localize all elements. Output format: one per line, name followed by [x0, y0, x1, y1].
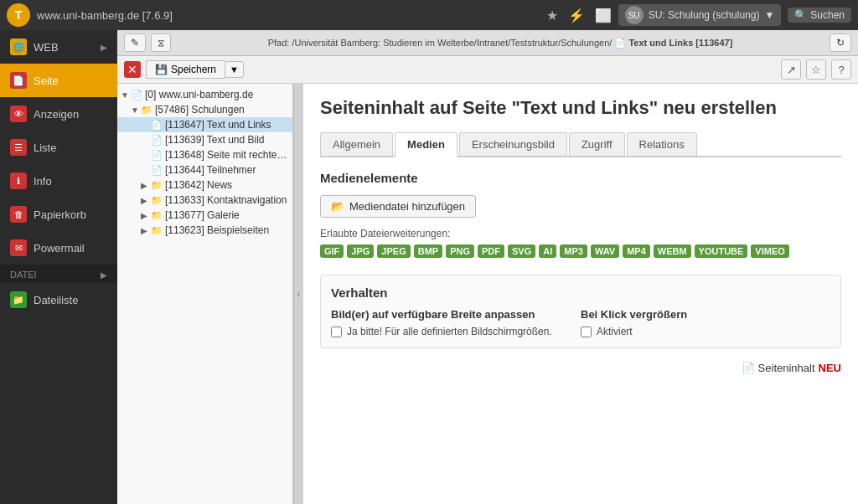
tree-label-textlinks: [113647] Text und Links	[165, 119, 271, 131]
path-page-title: Text und Links [113647]	[628, 38, 732, 48]
filter-btn[interactable]: ⧖	[151, 33, 171, 52]
verhalten-col2: Bei Klick vergrößern Aktiviert	[581, 308, 830, 337]
file-tree: ▼ 📄 [0] www.uni-bamberg.de ▼ 📁 [57486] S…	[117, 84, 293, 504]
dateiliste-icon: 📁	[10, 291, 27, 308]
ext-tag-webm: WEBM	[654, 244, 691, 258]
sidebar-item-dateiliste[interactable]: 📁 Dateiliste	[0, 283, 117, 316]
save-btn-group: 💾 Speichern ▼	[146, 60, 244, 79]
tree-item-rechte-spalte[interactable]: 📄 [113648] Seite mit rechter Spalte	[117, 147, 292, 162]
tree-item-beispielseiten[interactable]: ▶ 📁 [113623] Beispielseiten	[117, 223, 292, 238]
tree-item-galerie[interactable]: ▶ 📁 [113677] Galerie	[117, 208, 292, 223]
tab-allgemein-label: Allgemein	[333, 138, 380, 151]
bookmark-btn[interactable]: ☆	[806, 59, 826, 80]
help-btn[interactable]: ?	[831, 59, 851, 80]
sidebar-item-anzeigen[interactable]: 👁 Anzeigen	[0, 97, 117, 131]
ext-tag-jpeg: JPEG	[377, 244, 410, 258]
tab-bar: Allgemein Medien Erscheinungsbild Zugrif…	[320, 132, 841, 157]
verhalten-col2-label: Bei Klick vergrößern	[581, 308, 830, 321]
tree-label-news: [113642] News	[165, 179, 232, 191]
window-icon[interactable]: ⬜	[595, 8, 612, 23]
sidebar-item-papierkorb[interactable]: 🗑 Papierkorb	[0, 198, 117, 231]
col1-checkbox[interactable]	[331, 327, 342, 337]
secondary-toolbar: ✎ ⧖ Pfad: /Universität Bamberg: Studiere…	[117, 30, 858, 56]
tree-item-news[interactable]: ▶ 📁 [113642] News	[117, 177, 292, 193]
save-button[interactable]: 💾 Speichern	[146, 60, 225, 79]
collapse-handle[interactable]: ‹	[293, 84, 303, 504]
floppy-icon: 💾	[155, 64, 168, 75]
sidebar-item-liste[interactable]: ☰ Liste	[0, 131, 117, 164]
anzeigen-icon: 👁	[10, 105, 27, 122]
sidebar-item-seite[interactable]: 📄 Seite	[0, 64, 117, 97]
tree-item-kontakt[interactable]: ▶ 📁 [113633] Kontaktnavigation	[117, 193, 292, 208]
save-dropdown-button[interactable]: ▼	[225, 61, 244, 78]
verhalten-col1-label: Bild(er) auf verfügbare Breite anpassen	[331, 308, 581, 321]
tree-arrow-kontakt: ▶	[141, 196, 151, 205]
tab-allgemein[interactable]: Allgemein	[320, 132, 393, 156]
datei-arrow-icon: ▶	[101, 270, 107, 280]
ext-tag-vimeo: VIMEO	[751, 244, 788, 258]
ext-tag-youtube: YOUTUBE	[695, 244, 748, 258]
tree-item-schulungen[interactable]: ▼ 📁 [57486] Schulungen	[117, 102, 292, 117]
path-prefix: Pfad: /Universität Bamberg: Studieren im…	[268, 38, 612, 48]
ext-tag-gif: GIF	[320, 244, 344, 258]
edit-icon-btn[interactable]: ✎	[124, 33, 146, 52]
save-label: Speichern	[171, 64, 216, 75]
tree-label-rechte-spalte: [113648] Seite mit rechter Spalte	[165, 149, 289, 161]
info-icon: ℹ	[10, 172, 27, 189]
sidebar-item-powermail[interactable]: ✉ Powermail	[0, 231, 117, 265]
tree-arrow-root: ▼	[121, 90, 131, 100]
tree-folder-icon-galerie: 📁	[151, 210, 163, 221]
sidebar-label-papierkorb: Papierkorb	[34, 208, 86, 221]
sidebar-item-web[interactable]: 🌐 WEB ▶	[0, 30, 117, 64]
tree-label-kontakt: [113633] Kontaktnavigation	[165, 194, 287, 206]
medien-section-title: Medienelemente	[320, 171, 841, 185]
neu-badge: NEU	[819, 362, 841, 374]
tree-folder-icon-kontakt: 📁	[151, 195, 163, 206]
path-text: Pfad: /Universität Bamberg: Studieren im…	[176, 38, 824, 49]
action-bar: ✕ 💾 Speichern ▼ ↗ ☆ ?	[117, 56, 858, 84]
tab-erscheinungsbild[interactable]: Erscheinungsbild	[459, 132, 567, 156]
editor-pane: Seiteninhalt auf Seite "Text und Links" …	[303, 84, 858, 504]
col2-checkbox[interactable]	[581, 327, 592, 337]
verhalten-col2-checkbox-row: Aktiviert	[581, 326, 830, 337]
star-icon[interactable]: ★	[546, 8, 558, 23]
close-button[interactable]: ✕	[124, 61, 141, 78]
external-link-btn[interactable]: ↗	[781, 59, 801, 80]
tree-folder-icon-news: 📁	[151, 180, 163, 191]
sidebar-label-powermail: Powermail	[34, 242, 85, 255]
tab-medien[interactable]: Medien	[395, 132, 457, 157]
ext-tag-ai: AI	[539, 244, 556, 258]
tab-relations-label: Relations	[639, 138, 685, 151]
tree-item-teilnehmer[interactable]: 📄 [113644] Teilnehmer	[117, 162, 292, 177]
tree-item-root[interactable]: ▼ 📄 [0] www.uni-bamberg.de	[117, 87, 292, 102]
ext-label: Erlaubte Dateierweiterungen:	[320, 228, 841, 239]
user-menu[interactable]: SU SU: Schulung (schulung) ▼	[618, 4, 782, 26]
add-media-label: Mediendatei hinzufügen	[349, 200, 465, 213]
seiteninhalt-icon: 📄	[742, 362, 755, 374]
verhalten-title: Verhalten	[331, 285, 830, 300]
split-pane: ▼ 📄 [0] www.uni-bamberg.de ▼ 📁 [57486] S…	[117, 84, 858, 504]
lightning-icon[interactable]: ⚡	[568, 8, 585, 23]
tree-item-textlinks[interactable]: 📄 [113647] Text und Links	[117, 117, 292, 132]
main-layout: 🌐 WEB ▶ 📄 Seite 👁 Anzeigen ☰ Liste ℹ Inf…	[0, 30, 858, 504]
refresh-btn[interactable]: ↻	[830, 33, 851, 52]
sidebar-label-dateiliste: Dateiliste	[34, 294, 78, 306]
tab-medien-label: Medien	[407, 138, 445, 151]
sidebar-label-web: WEB	[34, 41, 59, 54]
tree-label-schulungen: [57486] Schulungen	[155, 104, 245, 116]
tree-label-galerie: [113677] Galerie	[165, 209, 240, 221]
tree-arrow-schulungen: ▼	[131, 105, 141, 115]
ext-tag-bmp: BMP	[414, 244, 442, 258]
sidebar-item-info[interactable]: ℹ Info	[0, 164, 117, 198]
tab-zugriff[interactable]: Zugriff	[569, 132, 625, 156]
tree-arrow-beispielseiten: ▶	[141, 226, 151, 235]
search-bar[interactable]: 🔍 Suchen	[788, 8, 851, 23]
tab-relations[interactable]: Relations	[627, 132, 697, 156]
add-media-button[interactable]: 📂 Mediendatei hinzufügen	[320, 195, 476, 218]
tab-erscheinungsbild-label: Erscheinungsbild	[472, 138, 555, 151]
sidebar: 🌐 WEB ▶ 📄 Seite 👁 Anzeigen ☰ Liste ℹ Inf…	[0, 30, 117, 504]
ext-tag-pdf: PDF	[478, 244, 504, 258]
content-area: ✎ ⧖ Pfad: /Universität Bamberg: Studiere…	[117, 30, 858, 504]
media-folder-icon: 📂	[331, 200, 344, 213]
tree-item-textbild[interactable]: 📄 [113639] Text und Bild	[117, 132, 292, 147]
